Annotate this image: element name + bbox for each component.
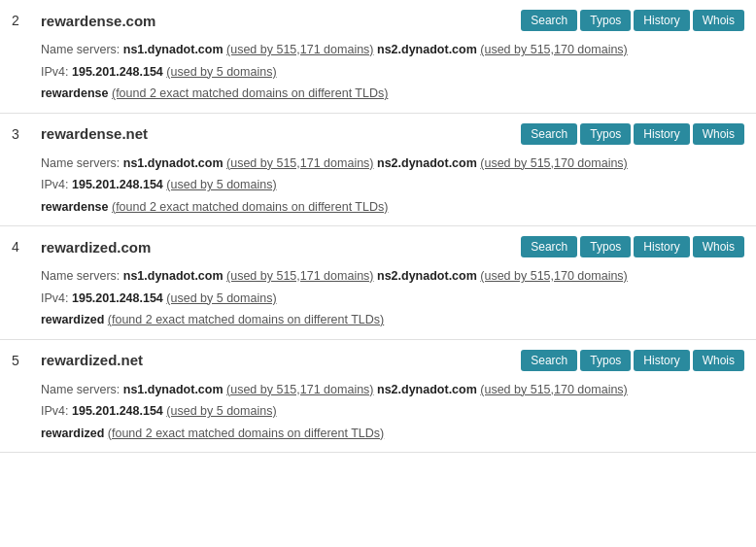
domain-name: rewardense.com — [41, 13, 521, 29]
ipv4-used-link[interactable]: (used by 5 domains) — [166, 65, 276, 79]
domain-details: Name servers: ns1.dynadot.com (used by 5… — [12, 153, 744, 219]
ns2-used-link[interactable]: (used by 515,170 domains) — [480, 383, 627, 396]
domain-name: rewardized.net — [41, 352, 521, 368]
ipv4-line: IPv4: 195.201.248.154 (used by 5 domains… — [41, 400, 744, 423]
domain-name: rewardense.net — [41, 125, 521, 142]
ipv4-used-link[interactable]: (used by 5 domains) — [166, 404, 276, 418]
domain-number: 3 — [12, 126, 41, 142]
history-button[interactable]: History — [634, 350, 689, 371]
ipv4-line: IPv4: 195.201.248.154 (used by 5 domains… — [41, 174, 744, 196]
domain-number: 5 — [12, 353, 41, 368]
keyword-line: rewardense (found 2 exact matched domain… — [41, 83, 744, 105]
ns1-used-link[interactable]: (used by 515,171 domains) — [226, 156, 373, 170]
domain-header: 3rewardense.netSearchTyposHistoryWhois — [12, 123, 744, 145]
domain-row: 5rewardized.netSearchTyposHistoryWhoisNa… — [0, 340, 756, 454]
ipv4-line: IPv4: 195.201.248.154 (used by 5 domains… — [41, 288, 744, 310]
ipv4-line: IPv4: 195.201.248.154 (used by 5 domains… — [41, 61, 744, 84]
ipv4-used-link[interactable]: (used by 5 domains) — [166, 178, 276, 191]
keyword-line: rewardense (found 2 exact matched domain… — [41, 196, 744, 219]
keyword-tlds-link[interactable]: (found 2 exact matched domains on differ… — [112, 86, 388, 100]
ns2-used-link[interactable]: (used by 515,170 domains) — [480, 156, 627, 170]
domain-details: Name servers: ns1.dynadot.com (used by 5… — [12, 379, 744, 445]
search-button[interactable]: Search — [521, 123, 577, 145]
typos-button[interactable]: Typos — [580, 236, 631, 257]
button-group: SearchTyposHistoryWhois — [521, 10, 744, 31]
domain-row: 3rewardense.netSearchTyposHistoryWhoisNa… — [0, 114, 756, 227]
domain-list: 2rewardense.comSearchTyposHistoryWhoisNa… — [0, 0, 756, 453]
ns2-used-link[interactable]: (used by 515,170 domains) — [480, 43, 627, 56]
button-group: SearchTyposHistoryWhois — [521, 350, 744, 371]
history-button[interactable]: History — [634, 123, 689, 145]
history-button[interactable]: History — [634, 10, 689, 31]
ns1-used-link[interactable]: (used by 515,171 domains) — [226, 269, 373, 283]
typos-button[interactable]: Typos — [580, 350, 631, 371]
domain-header: 4rewardized.comSearchTyposHistoryWhois — [12, 236, 744, 257]
search-button[interactable]: Search — [521, 236, 577, 257]
domain-name: rewardized.com — [41, 239, 521, 256]
button-group: SearchTyposHistoryWhois — [521, 123, 744, 145]
domain-details: Name servers: ns1.dynadot.com (used by 5… — [12, 265, 744, 331]
whois-button[interactable]: Whois — [693, 236, 744, 257]
keyword-tlds-link[interactable]: (found 2 exact matched domains on differ… — [108, 313, 384, 326]
whois-button[interactable]: Whois — [693, 123, 744, 145]
ns2-used-link[interactable]: (used by 515,170 domains) — [480, 269, 627, 283]
keyword-tlds-link[interactable]: (found 2 exact matched domains on differ… — [112, 200, 388, 214]
ns1-used-link[interactable]: (used by 515,171 domains) — [226, 43, 373, 56]
nameservers-line: Name servers: ns1.dynadot.com (used by 5… — [41, 265, 744, 288]
ns1-used-link[interactable]: (used by 515,171 domains) — [226, 383, 373, 396]
domain-row: 2rewardense.comSearchTyposHistoryWhoisNa… — [0, 0, 756, 114]
domain-header: 2rewardense.comSearchTyposHistoryWhois — [12, 10, 744, 31]
whois-button[interactable]: Whois — [693, 350, 744, 371]
domain-number: 2 — [12, 13, 41, 28]
nameservers-line: Name servers: ns1.dynadot.com (used by 5… — [41, 379, 744, 401]
domain-header: 5rewardized.netSearchTyposHistoryWhois — [12, 350, 744, 371]
typos-button[interactable]: Typos — [580, 123, 631, 145]
typos-button[interactable]: Typos — [580, 10, 631, 31]
button-group: SearchTyposHistoryWhois — [521, 236, 744, 257]
keyword-tlds-link[interactable]: (found 2 exact matched domains on differ… — [108, 427, 384, 440]
domain-details: Name servers: ns1.dynadot.com (used by 5… — [12, 39, 744, 105]
keyword-line: rewardized (found 2 exact matched domain… — [41, 309, 744, 331]
history-button[interactable]: History — [634, 236, 689, 257]
ipv4-used-link[interactable]: (used by 5 domains) — [166, 291, 276, 305]
domain-number: 4 — [12, 239, 41, 255]
nameservers-line: Name servers: ns1.dynadot.com (used by 5… — [41, 39, 744, 61]
whois-button[interactable]: Whois — [693, 10, 744, 31]
keyword-line: rewardized (found 2 exact matched domain… — [41, 423, 744, 445]
domain-row: 4rewardized.comSearchTyposHistoryWhoisNa… — [0, 226, 756, 340]
nameservers-line: Name servers: ns1.dynadot.com (used by 5… — [41, 153, 744, 175]
search-button[interactable]: Search — [521, 10, 577, 31]
search-button[interactable]: Search — [521, 350, 577, 371]
